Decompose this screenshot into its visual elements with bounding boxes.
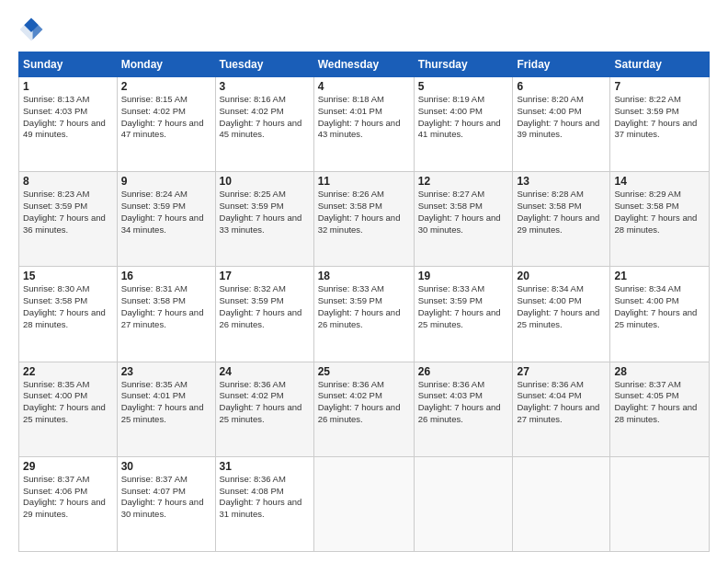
day-cell-6: 6Sunrise: 8:20 AM Sunset: 4:00 PM Daylig… bbox=[513, 77, 610, 172]
day-number-27: 27 bbox=[517, 365, 606, 378]
day-cell-18: 18Sunrise: 8:33 AM Sunset: 3:59 PM Dayli… bbox=[313, 267, 414, 362]
day-number-14: 14 bbox=[614, 175, 705, 188]
day-number-10: 10 bbox=[220, 175, 310, 188]
day-info-29: Sunrise: 8:37 AM Sunset: 4:06 PM Dayligh… bbox=[23, 474, 113, 521]
day-info-25: Sunrise: 8:36 AM Sunset: 4:02 PM Dayligh… bbox=[318, 379, 410, 426]
day-number-3: 3 bbox=[220, 80, 310, 93]
empty-cell bbox=[414, 456, 513, 551]
day-info-3: Sunrise: 8:16 AM Sunset: 4:02 PM Dayligh… bbox=[220, 94, 310, 141]
day-cell-22: 22Sunrise: 8:35 AM Sunset: 4:00 PM Dayli… bbox=[19, 362, 118, 456]
day-cell-5: 5Sunrise: 8:19 AM Sunset: 4:00 PM Daylig… bbox=[414, 77, 513, 172]
day-cell-27: 27Sunrise: 8:36 AM Sunset: 4:04 PM Dayli… bbox=[513, 362, 610, 456]
day-number-8: 8 bbox=[23, 175, 113, 188]
day-info-5: Sunrise: 8:19 AM Sunset: 4:00 PM Dayligh… bbox=[418, 94, 509, 141]
day-number-22: 22 bbox=[23, 365, 113, 378]
day-info-22: Sunrise: 8:35 AM Sunset: 4:00 PM Dayligh… bbox=[23, 379, 113, 426]
day-cell-31: 31Sunrise: 8:36 AM Sunset: 4:08 PM Dayli… bbox=[215, 456, 313, 551]
day-number-7: 7 bbox=[614, 80, 705, 93]
day-info-31: Sunrise: 8:36 AM Sunset: 4:08 PM Dayligh… bbox=[220, 474, 310, 521]
empty-cell bbox=[610, 456, 710, 551]
day-cell-17: 17Sunrise: 8:32 AM Sunset: 3:59 PM Dayli… bbox=[215, 267, 313, 362]
col-friday: Friday bbox=[513, 52, 610, 77]
day-info-1: Sunrise: 8:13 AM Sunset: 4:03 PM Dayligh… bbox=[23, 94, 113, 141]
day-cell-29: 29Sunrise: 8:37 AM Sunset: 4:06 PM Dayli… bbox=[19, 456, 118, 551]
day-number-1: 1 bbox=[23, 80, 113, 93]
day-number-19: 19 bbox=[418, 270, 509, 282]
day-number-24: 24 bbox=[220, 365, 310, 378]
calendar-week-5: 29Sunrise: 8:37 AM Sunset: 4:06 PM Dayli… bbox=[19, 456, 710, 551]
header bbox=[18, 17, 710, 42]
day-number-18: 18 bbox=[318, 270, 410, 282]
day-info-18: Sunrise: 8:33 AM Sunset: 3:59 PM Dayligh… bbox=[318, 283, 410, 330]
empty-cell bbox=[513, 456, 610, 551]
day-cell-28: 28Sunrise: 8:37 AM Sunset: 4:05 PM Dayli… bbox=[610, 362, 710, 456]
day-number-21: 21 bbox=[614, 270, 705, 282]
day-number-20: 20 bbox=[517, 270, 606, 282]
day-info-19: Sunrise: 8:33 AM Sunset: 3:59 PM Dayligh… bbox=[418, 283, 509, 330]
day-info-15: Sunrise: 8:30 AM Sunset: 3:58 PM Dayligh… bbox=[23, 283, 113, 330]
day-number-5: 5 bbox=[418, 80, 509, 93]
day-info-21: Sunrise: 8:34 AM Sunset: 4:00 PM Dayligh… bbox=[614, 283, 705, 330]
day-number-2: 2 bbox=[121, 80, 211, 93]
day-info-23: Sunrise: 8:35 AM Sunset: 4:01 PM Dayligh… bbox=[121, 379, 211, 426]
day-cell-11: 11Sunrise: 8:26 AM Sunset: 3:58 PM Dayli… bbox=[313, 172, 414, 267]
day-cell-26: 26Sunrise: 8:36 AM Sunset: 4:03 PM Dayli… bbox=[414, 362, 513, 456]
day-cell-12: 12Sunrise: 8:27 AM Sunset: 3:58 PM Dayli… bbox=[414, 172, 513, 267]
col-saturday: Saturday bbox=[610, 52, 710, 77]
col-monday: Monday bbox=[117, 52, 215, 77]
day-info-12: Sunrise: 8:27 AM Sunset: 3:58 PM Dayligh… bbox=[418, 189, 509, 236]
day-number-11: 11 bbox=[318, 175, 410, 188]
day-cell-19: 19Sunrise: 8:33 AM Sunset: 3:59 PM Dayli… bbox=[414, 267, 513, 362]
day-cell-4: 4Sunrise: 8:18 AM Sunset: 4:01 PM Daylig… bbox=[313, 77, 414, 172]
day-cell-14: 14Sunrise: 8:29 AM Sunset: 3:58 PM Dayli… bbox=[610, 172, 710, 267]
calendar-table: Sunday Monday Tuesday Wednesday Thursday… bbox=[18, 52, 710, 552]
day-number-28: 28 bbox=[614, 365, 705, 378]
day-cell-16: 16Sunrise: 8:31 AM Sunset: 3:58 PM Dayli… bbox=[117, 267, 215, 362]
col-thursday: Thursday bbox=[414, 52, 513, 77]
day-info-8: Sunrise: 8:23 AM Sunset: 3:59 PM Dayligh… bbox=[23, 189, 113, 236]
col-tuesday: Tuesday bbox=[215, 52, 313, 77]
calendar-week-3: 15Sunrise: 8:30 AM Sunset: 3:58 PM Dayli… bbox=[19, 267, 710, 362]
col-wednesday: Wednesday bbox=[313, 52, 414, 77]
day-number-30: 30 bbox=[121, 460, 211, 473]
page: Sunday Monday Tuesday Wednesday Thursday… bbox=[0, 0, 728, 563]
day-number-15: 15 bbox=[23, 270, 113, 282]
day-number-6: 6 bbox=[517, 80, 606, 93]
day-info-2: Sunrise: 8:15 AM Sunset: 4:02 PM Dayligh… bbox=[121, 94, 211, 141]
logo bbox=[18, 17, 48, 42]
day-info-6: Sunrise: 8:20 AM Sunset: 4:00 PM Dayligh… bbox=[517, 94, 606, 141]
day-cell-23: 23Sunrise: 8:35 AM Sunset: 4:01 PM Dayli… bbox=[117, 362, 215, 456]
day-cell-15: 15Sunrise: 8:30 AM Sunset: 3:58 PM Dayli… bbox=[19, 267, 118, 362]
day-info-14: Sunrise: 8:29 AM Sunset: 3:58 PM Dayligh… bbox=[614, 189, 705, 236]
day-number-9: 9 bbox=[121, 175, 211, 188]
day-info-30: Sunrise: 8:37 AM Sunset: 4:07 PM Dayligh… bbox=[121, 474, 211, 521]
day-info-9: Sunrise: 8:24 AM Sunset: 3:59 PM Dayligh… bbox=[121, 189, 211, 236]
day-number-17: 17 bbox=[220, 270, 310, 282]
day-cell-7: 7Sunrise: 8:22 AM Sunset: 3:59 PM Daylig… bbox=[610, 77, 710, 172]
day-number-23: 23 bbox=[121, 365, 211, 378]
day-number-13: 13 bbox=[517, 175, 606, 188]
day-cell-9: 9Sunrise: 8:24 AM Sunset: 3:59 PM Daylig… bbox=[117, 172, 215, 267]
day-cell-8: 8Sunrise: 8:23 AM Sunset: 3:59 PM Daylig… bbox=[19, 172, 118, 267]
calendar-header-row: Sunday Monday Tuesday Wednesday Thursday… bbox=[19, 52, 710, 77]
day-number-12: 12 bbox=[418, 175, 509, 188]
calendar-week-2: 8Sunrise: 8:23 AM Sunset: 3:59 PM Daylig… bbox=[19, 172, 710, 267]
day-cell-3: 3Sunrise: 8:16 AM Sunset: 4:02 PM Daylig… bbox=[215, 77, 313, 172]
day-number-4: 4 bbox=[318, 80, 410, 93]
day-number-31: 31 bbox=[220, 460, 310, 473]
day-info-10: Sunrise: 8:25 AM Sunset: 3:59 PM Dayligh… bbox=[220, 189, 310, 236]
day-cell-20: 20Sunrise: 8:34 AM Sunset: 4:00 PM Dayli… bbox=[513, 267, 610, 362]
day-cell-10: 10Sunrise: 8:25 AM Sunset: 3:59 PM Dayli… bbox=[215, 172, 313, 267]
day-cell-24: 24Sunrise: 8:36 AM Sunset: 4:02 PM Dayli… bbox=[215, 362, 313, 456]
day-number-25: 25 bbox=[318, 365, 410, 378]
calendar-week-1: 1Sunrise: 8:13 AM Sunset: 4:03 PM Daylig… bbox=[19, 77, 710, 172]
day-info-27: Sunrise: 8:36 AM Sunset: 4:04 PM Dayligh… bbox=[517, 379, 606, 426]
calendar-week-4: 22Sunrise: 8:35 AM Sunset: 4:00 PM Dayli… bbox=[19, 362, 710, 456]
day-info-7: Sunrise: 8:22 AM Sunset: 3:59 PM Dayligh… bbox=[614, 94, 705, 141]
day-number-16: 16 bbox=[121, 270, 211, 282]
day-cell-13: 13Sunrise: 8:28 AM Sunset: 3:58 PM Dayli… bbox=[513, 172, 610, 267]
day-info-28: Sunrise: 8:37 AM Sunset: 4:05 PM Dayligh… bbox=[614, 379, 705, 426]
day-cell-21: 21Sunrise: 8:34 AM Sunset: 4:00 PM Dayli… bbox=[610, 267, 710, 362]
day-info-4: Sunrise: 8:18 AM Sunset: 4:01 PM Dayligh… bbox=[318, 94, 410, 141]
day-cell-1: 1Sunrise: 8:13 AM Sunset: 4:03 PM Daylig… bbox=[19, 77, 118, 172]
